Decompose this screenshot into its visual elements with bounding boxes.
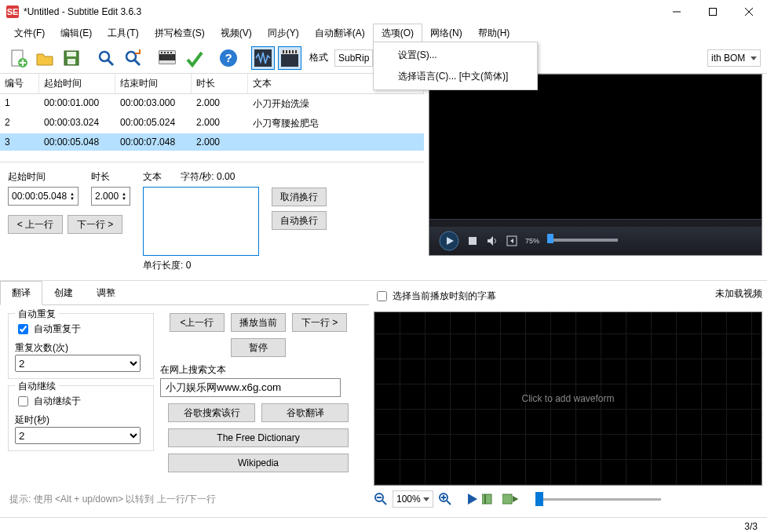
visual-sync-icon[interactable] <box>155 46 179 70</box>
autocontinue-checkbox[interactable] <box>18 396 28 406</box>
menu-tools[interactable]: 工具(T) <box>100 24 146 42</box>
autocontinue-group-label: 自动继续 <box>15 380 59 393</box>
th-end[interactable]: 结束时间 <box>115 74 192 93</box>
wikipedia-button[interactable]: Wikipedia <box>168 454 349 472</box>
video-toggle-icon[interactable] <box>278 46 301 70</box>
menu-options-label: 选项(O) <box>382 27 414 38</box>
pause-button[interactable]: 暂停 <box>231 338 286 357</box>
google-translate-button[interactable]: 谷歌翻译 <box>261 403 349 422</box>
new-file-icon[interactable] <box>6 46 30 70</box>
open-file-icon[interactable] <box>33 46 57 70</box>
format-combo[interactable]: SubRip <box>334 49 373 67</box>
google-search-button[interactable]: 谷歌搜索该行 <box>168 403 255 422</box>
window-title: *Untitled - Subtitle Edit 3.6.3 <box>24 6 659 17</box>
translate-prev-button[interactable]: <上一行 <box>170 313 225 332</box>
svg-rect-28 <box>286 50 287 53</box>
format-label: 格式 <box>309 51 328 64</box>
wave-position-icon[interactable] <box>482 493 498 505</box>
svg-rect-21 <box>170 52 172 53</box>
cell-dur: 2.000 <box>192 94 248 114</box>
delay-select[interactable]: 2 <box>15 427 141 444</box>
menu-file[interactable]: 文件(F) <box>6 24 53 42</box>
spellcheck-icon[interactable] <box>182 46 206 70</box>
tab-translate[interactable]: 翻译 <box>0 281 42 305</box>
menu-help[interactable]: 帮助(H) <box>470 24 518 42</box>
svg-rect-31 <box>295 50 297 53</box>
translate-next-button[interactable]: 下一行 > <box>292 313 347 332</box>
waveform-panel[interactable]: Click to add waveform <box>374 312 762 486</box>
volume-icon[interactable] <box>486 235 499 247</box>
play-current-button[interactable]: 播放当前 <box>231 313 286 332</box>
search-text-input[interactable] <box>160 378 341 397</box>
minimize-button[interactable] <box>659 0 695 24</box>
next-line-button[interactable]: 下一行 > <box>68 215 122 234</box>
svg-rect-19 <box>164 52 166 53</box>
wave-play-icon[interactable] <box>468 494 477 505</box>
waveform-position-slider[interactable] <box>535 498 661 501</box>
zoom-in-icon[interactable] <box>438 492 452 506</box>
svg-rect-10 <box>68 59 75 64</box>
zoom-out-icon[interactable] <box>374 492 388 506</box>
menu-sync[interactable]: 同步(Y) <box>260 24 307 42</box>
options-dropdown: 设置(S)... 选择语言(C)... [中文(简体)] <box>373 42 538 90</box>
duration-input[interactable]: 2.000▲▼ <box>91 187 130 206</box>
maximize-button[interactable] <box>695 0 731 24</box>
replace-icon[interactable] <box>121 46 144 70</box>
menu-options[interactable]: 选项(O) 设置(S)... 选择语言(C)... [中文(简体)] <box>373 24 422 43</box>
cell-text <box>248 133 424 151</box>
no-video-label: 未加载视频 <box>715 287 762 308</box>
volume-slider[interactable] <box>547 239 618 242</box>
menu-spellcheck[interactable]: 拼写检查(S) <box>147 24 213 42</box>
menu-networking[interactable]: 网络(N) <box>422 24 470 42</box>
free-dictionary-button[interactable]: The Free Dictionary <box>168 428 349 447</box>
close-button[interactable] <box>731 0 767 24</box>
svg-rect-20 <box>167 52 169 53</box>
format-value: SubRip <box>338 53 369 64</box>
status-line-count: 3/3 <box>744 521 758 532</box>
autobreak-button[interactable]: 自动换行 <box>272 211 327 230</box>
start-time-input[interactable]: 00:00:05.048▲▼ <box>8 187 79 206</box>
table-row[interactable]: 2 00:00:03.024 00:00:05.024 2.000 小刀弯腰捡肥… <box>0 114 424 133</box>
cell-end: 00:00:03.000 <box>115 94 192 114</box>
select-at-play-checkbox[interactable] <box>377 291 387 301</box>
play-button[interactable] <box>439 231 459 251</box>
video-player[interactable]: 75% <box>429 74 762 256</box>
waveform-toggle-icon[interactable] <box>251 46 275 70</box>
menu-video[interactable]: 视频(V) <box>213 24 260 42</box>
cell-end: 00:00:07.048 <box>115 133 192 151</box>
select-at-play-label: 选择当前播放时刻的字幕 <box>393 290 496 303</box>
help-icon[interactable]: ? <box>217 46 240 70</box>
options-settings[interactable]: 设置(S)... <box>376 45 535 66</box>
subtitle-text-input[interactable] <box>143 187 259 256</box>
encoding-combo[interactable]: ith BOM <box>707 49 761 67</box>
line-length-label: 单行长度: 0 <box>143 259 259 272</box>
svg-line-14 <box>134 60 140 65</box>
fullscreen-icon[interactable] <box>506 235 517 246</box>
video-progress-bar[interactable] <box>429 219 762 227</box>
th-duration[interactable]: 时长 <box>192 74 248 93</box>
prev-line-button[interactable]: < 上一行 <box>8 215 63 234</box>
table-row[interactable]: 3 00:00:05.048 00:00:07.048 2.000 <box>0 133 424 151</box>
tab-adjust[interactable]: 调整 <box>85 281 127 305</box>
cell-num: 3 <box>0 133 39 151</box>
repeat-count-select[interactable]: 2 <box>15 355 141 372</box>
zoom-combo[interactable]: 100% <box>393 490 433 508</box>
find-icon[interactable] <box>94 46 118 70</box>
table-row[interactable]: 1 00:00:01.000 00:00:03.000 2.000 小刀开始洗澡 <box>0 94 424 114</box>
menu-autotranslate[interactable]: 自动翻译(A) <box>307 24 373 42</box>
options-language[interactable]: 选择语言(C)... [中文(简体)] <box>376 66 535 87</box>
autorepeat-checkbox[interactable] <box>18 324 28 334</box>
subtitle-table-body[interactable]: 1 00:00:01.000 00:00:03.000 2.000 小刀开始洗澡… <box>0 94 424 162</box>
stop-button[interactable] <box>467 235 478 246</box>
cell-text: 小刀开始洗澡 <box>248 94 424 114</box>
wave-next-icon[interactable] <box>502 493 518 505</box>
th-number[interactable]: 编号 <box>0 74 39 93</box>
subtitle-table-header: 编号 起始时间 结束时间 时长 文本 <box>0 74 424 94</box>
th-start[interactable]: 起始时间 <box>39 74 115 93</box>
tab-create[interactable]: 创建 <box>42 281 85 305</box>
cell-dur: 2.000 <box>192 114 248 133</box>
menu-edit[interactable]: 编辑(E) <box>53 24 100 42</box>
save-file-icon[interactable] <box>60 46 83 70</box>
unbreak-button[interactable]: 取消换行 <box>272 188 327 206</box>
cps-label: 字符/秒: 0.00 <box>181 170 235 187</box>
